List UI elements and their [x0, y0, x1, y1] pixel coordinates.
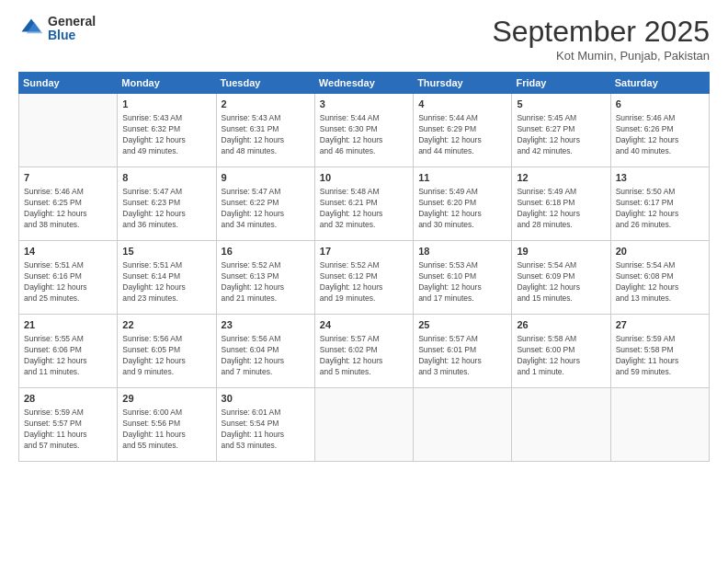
day-info: Sunrise: 5:43 AMSunset: 6:32 PMDaylight:… — [122, 113, 210, 157]
day-info: Sunrise: 5:49 AMSunset: 6:18 PMDaylight:… — [517, 187, 605, 231]
calendar-day-header: Sunday — [19, 73, 118, 94]
day-info: Sunrise: 5:44 AMSunset: 6:30 PMDaylight:… — [320, 113, 408, 157]
day-info: Sunrise: 5:44 AMSunset: 6:29 PMDaylight:… — [418, 113, 506, 157]
day-number: 29 — [122, 392, 210, 406]
calendar-cell: 12Sunrise: 5:49 AMSunset: 6:18 PMDayligh… — [512, 167, 610, 241]
day-info: Sunrise: 5:59 AMSunset: 5:57 PMDaylight:… — [24, 408, 112, 452]
day-number: 15 — [122, 245, 210, 259]
calendar-cell: 19Sunrise: 5:54 AMSunset: 6:09 PMDayligh… — [512, 241, 610, 315]
calendar-day-header: Tuesday — [216, 73, 314, 94]
logo-blue-text: Blue — [48, 29, 96, 42]
day-number: 23 — [222, 318, 310, 332]
day-number: 10 — [320, 171, 408, 185]
day-info: Sunrise: 5:47 AMSunset: 6:23 PMDaylight:… — [122, 187, 210, 231]
calendar-cell: 23Sunrise: 5:56 AMSunset: 6:04 PMDayligh… — [216, 315, 314, 388]
calendar-cell: 9Sunrise: 5:47 AMSunset: 6:22 PMDaylight… — [216, 167, 314, 241]
calendar-cell: 7Sunrise: 5:46 AMSunset: 6:25 PMDaylight… — [19, 167, 118, 241]
calendar-cell: 20Sunrise: 5:54 AMSunset: 6:08 PMDayligh… — [610, 241, 709, 315]
day-info: Sunrise: 5:54 AMSunset: 6:08 PMDaylight:… — [616, 260, 704, 304]
day-info: Sunrise: 5:55 AMSunset: 6:06 PMDaylight:… — [24, 334, 112, 378]
day-info: Sunrise: 5:45 AMSunset: 6:27 PMDaylight:… — [517, 113, 605, 157]
day-info: Sunrise: 5:49 AMSunset: 6:20 PMDaylight:… — [418, 187, 506, 231]
calendar-day-header: Saturday — [610, 73, 709, 94]
day-number: 14 — [24, 245, 112, 259]
calendar-cell — [19, 94, 118, 167]
day-number: 25 — [418, 318, 506, 332]
calendar-cell: 4Sunrise: 5:44 AMSunset: 6:29 PMDaylight… — [414, 94, 512, 167]
calendar-cell — [610, 388, 709, 462]
day-number: 2 — [222, 98, 310, 111]
day-number: 16 — [222, 245, 310, 259]
calendar-week-row: 14Sunrise: 5:51 AMSunset: 6:16 PMDayligh… — [19, 241, 710, 315]
day-number: 22 — [122, 318, 210, 332]
calendar-table: SundayMondayTuesdayWednesdayThursdayFrid… — [18, 72, 710, 462]
day-info: Sunrise: 5:57 AMSunset: 6:02 PMDaylight:… — [320, 334, 408, 378]
calendar-cell: 1Sunrise: 5:43 AMSunset: 6:32 PMDaylight… — [118, 94, 216, 167]
day-info: Sunrise: 5:46 AMSunset: 6:26 PMDaylight:… — [616, 113, 704, 157]
calendar-day-header: Friday — [512, 73, 610, 94]
day-number: 18 — [418, 245, 506, 259]
day-number: 3 — [320, 98, 408, 111]
calendar-cell: 16Sunrise: 5:52 AMSunset: 6:13 PMDayligh… — [216, 241, 314, 315]
day-number: 13 — [616, 171, 704, 185]
calendar-week-row: 21Sunrise: 5:55 AMSunset: 6:06 PMDayligh… — [19, 315, 710, 388]
title-block: September 2025 Kot Mumin, Punjab, Pakist… — [492, 15, 710, 63]
day-info: Sunrise: 6:01 AMSunset: 5:54 PMDaylight:… — [222, 408, 310, 452]
day-number: 11 — [418, 171, 506, 185]
day-number: 17 — [320, 245, 408, 259]
calendar-cell: 30Sunrise: 6:01 AMSunset: 5:54 PMDayligh… — [216, 388, 314, 462]
calendar-day-header: Monday — [118, 73, 216, 94]
calendar-day-header: Thursday — [414, 73, 512, 94]
calendar-cell: 11Sunrise: 5:49 AMSunset: 6:20 PMDayligh… — [414, 167, 512, 241]
calendar-cell: 18Sunrise: 5:53 AMSunset: 6:10 PMDayligh… — [414, 241, 512, 315]
calendar-cell: 22Sunrise: 5:56 AMSunset: 6:05 PMDayligh… — [118, 315, 216, 388]
calendar-cell: 25Sunrise: 5:57 AMSunset: 6:01 PMDayligh… — [414, 315, 512, 388]
calendar-cell: 29Sunrise: 6:00 AMSunset: 5:56 PMDayligh… — [118, 388, 216, 462]
calendar-day-header: Wednesday — [314, 73, 413, 94]
day-info: Sunrise: 5:57 AMSunset: 6:01 PMDaylight:… — [418, 334, 506, 378]
day-number: 20 — [616, 245, 704, 259]
day-info: Sunrise: 6:00 AMSunset: 5:56 PMDaylight:… — [122, 408, 210, 452]
day-number: 12 — [517, 171, 605, 185]
day-number: 1 — [122, 98, 210, 111]
day-info: Sunrise: 5:54 AMSunset: 6:09 PMDaylight:… — [517, 260, 605, 304]
day-info: Sunrise: 5:46 AMSunset: 6:25 PMDaylight:… — [24, 187, 112, 231]
location: Kot Mumin, Punjab, Pakistan — [492, 49, 710, 63]
calendar-cell: 27Sunrise: 5:59 AMSunset: 5:58 PMDayligh… — [610, 315, 709, 388]
calendar-cell: 10Sunrise: 5:48 AMSunset: 6:21 PMDayligh… — [314, 167, 413, 241]
logo-general-text: General — [48, 15, 96, 29]
day-number: 19 — [517, 245, 605, 259]
calendar-cell — [512, 388, 610, 462]
calendar-cell: 13Sunrise: 5:50 AMSunset: 6:17 PMDayligh… — [610, 167, 709, 241]
calendar-cell: 8Sunrise: 5:47 AMSunset: 6:23 PMDaylight… — [118, 167, 216, 241]
day-number: 8 — [122, 171, 210, 185]
calendar-cell: 26Sunrise: 5:58 AMSunset: 6:00 PMDayligh… — [512, 315, 610, 388]
day-number: 6 — [616, 98, 704, 111]
calendar-cell: 24Sunrise: 5:57 AMSunset: 6:02 PMDayligh… — [314, 315, 413, 388]
day-info: Sunrise: 5:53 AMSunset: 6:10 PMDaylight:… — [418, 260, 506, 304]
calendar-week-row: 7Sunrise: 5:46 AMSunset: 6:25 PMDaylight… — [19, 167, 710, 241]
day-info: Sunrise: 5:52 AMSunset: 6:12 PMDaylight:… — [320, 260, 408, 304]
page-header: General Blue September 2025 Kot Mumin, P… — [18, 15, 710, 63]
day-number: 26 — [517, 318, 605, 332]
day-info: Sunrise: 5:56 AMSunset: 6:04 PMDaylight:… — [222, 334, 310, 378]
day-info: Sunrise: 5:51 AMSunset: 6:16 PMDaylight:… — [24, 260, 112, 304]
calendar-cell: 21Sunrise: 5:55 AMSunset: 6:06 PMDayligh… — [19, 315, 118, 388]
day-number: 27 — [616, 318, 704, 332]
day-number: 30 — [222, 392, 310, 406]
calendar-week-row: 28Sunrise: 5:59 AMSunset: 5:57 PMDayligh… — [19, 388, 710, 462]
calendar-header-row: SundayMondayTuesdayWednesdayThursdayFrid… — [19, 73, 710, 94]
day-number: 4 — [418, 98, 506, 111]
day-number: 28 — [24, 392, 112, 406]
day-number: 24 — [320, 318, 408, 332]
calendar-week-row: 1Sunrise: 5:43 AMSunset: 6:32 PMDaylight… — [19, 94, 710, 167]
day-number: 7 — [24, 171, 112, 185]
calendar-cell: 14Sunrise: 5:51 AMSunset: 6:16 PMDayligh… — [19, 241, 118, 315]
day-info: Sunrise: 5:48 AMSunset: 6:21 PMDaylight:… — [320, 187, 408, 231]
calendar-cell: 15Sunrise: 5:51 AMSunset: 6:14 PMDayligh… — [118, 241, 216, 315]
calendar-cell: 6Sunrise: 5:46 AMSunset: 6:26 PMDaylight… — [610, 94, 709, 167]
calendar-cell: 2Sunrise: 5:43 AMSunset: 6:31 PMDaylight… — [216, 94, 314, 167]
logo-icon — [18, 16, 44, 41]
day-info: Sunrise: 5:58 AMSunset: 6:00 PMDaylight:… — [517, 334, 605, 378]
day-info: Sunrise: 5:56 AMSunset: 6:05 PMDaylight:… — [122, 334, 210, 378]
